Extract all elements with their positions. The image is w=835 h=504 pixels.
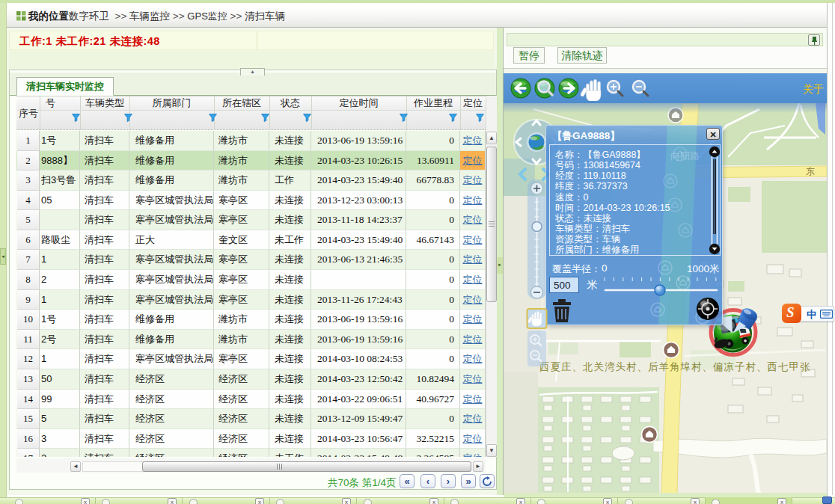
svg-text:东: 东 bbox=[806, 166, 815, 176]
